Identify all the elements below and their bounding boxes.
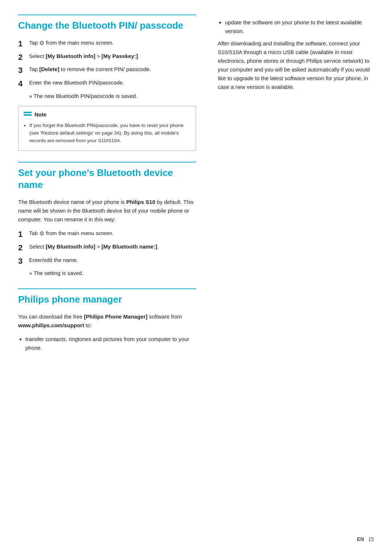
section-bluetooth-name: Set your phone's Bluetooth device name T… [18, 162, 196, 278]
step-bt-3: 3 Enter/edit the name. [18, 256, 196, 267]
step-bt-content-3: Enter/edit the name. [29, 256, 78, 264]
steps-list-change-pin: 1 Tap ⚙ from the main menu screen. 2 Sel… [18, 38, 196, 100]
step-content-1: Tap ⚙ from the main menu screen. [29, 38, 114, 48]
step-item-3: 3 Tap [Delete] to remove the current PIN… [18, 65, 196, 76]
philips-manager-link: [Philips Phone Manager] [84, 313, 147, 320]
section-divider-2 [18, 162, 196, 163]
section-divider-3 [18, 288, 196, 289]
footer-page: 15 [366, 536, 374, 542]
phone-model: Philips S10 [126, 199, 155, 205]
note-bar-2 [24, 114, 32, 116]
section-divider-1 [18, 15, 196, 15]
step-number-3: 3 [18, 65, 29, 76]
section-title-bluetooth-name: Set your phone's Bluetooth device name [18, 167, 196, 192]
right-body-text: After downloading and installing the sof… [218, 39, 374, 91]
note-text-pin: If you forget the Bluetooth PIN/passcode… [29, 122, 191, 145]
step-bt-content-2: Select [My Bluetooth info] > [My Bluetoo… [29, 242, 159, 251]
note-content-pin: If you forget the Bluetooth PIN/passcode… [24, 122, 191, 145]
step-item-1: 1 Tap ⚙ from the main menu screen. [18, 38, 196, 50]
section-phone-manager: Philips phone manager You can download t… [18, 288, 196, 352]
step-item-4: 4 Enter the new Bluetooth PIN/passcode. [18, 78, 196, 90]
sub-step-bt-3: The setting is saved. [29, 269, 196, 277]
footer: EN 15 [357, 535, 374, 543]
step-bt-number-2: 2 [18, 242, 29, 254]
step-content-4: Enter the new Bluetooth PIN/passcode. [29, 78, 124, 87]
phone-manager-bullet-1: transfer contacts, ringtones and picture… [25, 335, 196, 352]
right-bullets: update the software on your phone to the… [218, 18, 374, 36]
section-title-phone-manager: Philips phone manager [18, 294, 196, 306]
section-change-pin: Change the Bluetooth PIN/ passcode 1 Tap… [18, 15, 196, 151]
step-content-2: Select [My Bluetooth info] > [My Passkey… [29, 52, 139, 60]
step-content-3: Tap [Delete] to remove the current PIN/ … [29, 65, 151, 73]
step-bt-content-1: Tab ⚙ from the main menu screen. [29, 229, 114, 238]
step-number-1: 1 [18, 38, 29, 50]
section-title-change-pin: Change the Bluetooth PIN/ passcode [18, 20, 196, 32]
note-box-pin: Note If you forget the Bluetooth PIN/pas… [18, 106, 196, 151]
bluetooth-name-intro: The Bluetooth device name of your phone … [18, 198, 196, 224]
sub-step-4: The new Bluetooth PIN/passcode is saved. [29, 92, 196, 100]
phone-manager-intro: You can download the free [Philips Phone… [18, 312, 196, 330]
step-item-2: 2 Select [My Bluetooth info] > [My Passk… [18, 52, 196, 63]
philips-url: www.philips.com/support [18, 322, 84, 328]
step-bt-1: 1 Tab ⚙ from the main menu screen. [18, 229, 196, 240]
step-number-4: 4 [18, 78, 29, 90]
phone-manager-bullets: transfer contacts, ringtones and picture… [18, 335, 196, 352]
gear-icon-2: ⚙ [39, 230, 44, 237]
steps-list-bluetooth-name: 1 Tab ⚙ from the main menu screen. 2 Sel… [18, 229, 196, 278]
right-column: update the software on your phone to the… [211, 15, 374, 539]
step-bt-2: 2 Select [My Bluetooth info] > [My Bluet… [18, 242, 196, 254]
gear-icon-1: ⚙ [39, 40, 44, 46]
note-header-pin: Note [24, 111, 191, 119]
note-bar-1 [24, 112, 32, 113]
note-label-pin: Note [34, 111, 46, 119]
right-bullet-1: update the software on your phone to the… [225, 18, 374, 36]
footer-lang: EN [357, 536, 364, 542]
step-number-2: 2 [18, 52, 29, 63]
note-icon-pin [24, 112, 32, 118]
step-bt-number-3: 3 [18, 256, 29, 267]
step-bt-number-1: 1 [18, 229, 29, 240]
